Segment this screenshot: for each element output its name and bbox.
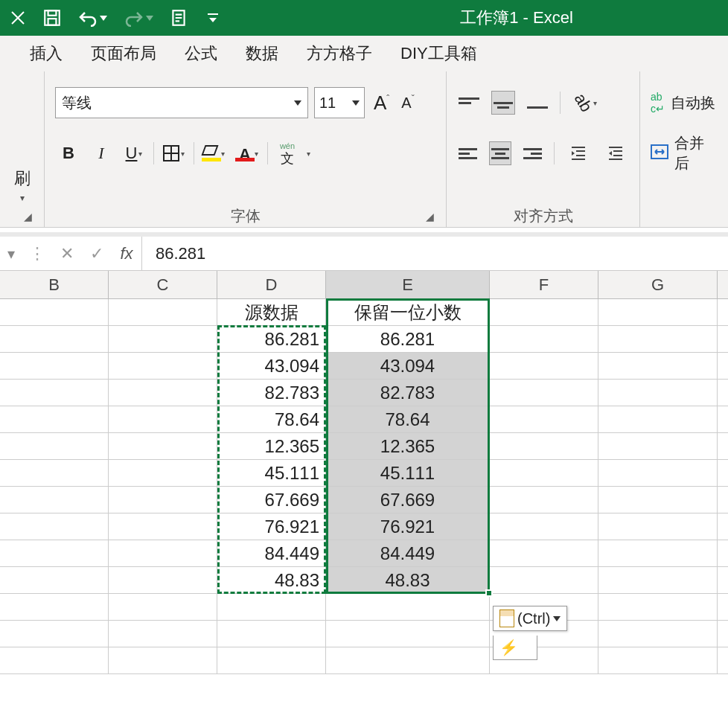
- underline-button[interactable]: U ▾: [121, 138, 147, 168]
- cell-e[interactable]: 76.921: [326, 513, 490, 540]
- cell[interactable]: [0, 540, 109, 566]
- borders-button[interactable]: ▾: [160, 138, 188, 168]
- phonetic-guide-button[interactable]: wén 文: [274, 138, 301, 168]
- cell[interactable]: [0, 594, 109, 620]
- tab-page-layout[interactable]: 页面布局: [91, 42, 156, 65]
- cell[interactable]: [0, 567, 109, 593]
- cell[interactable]: [109, 406, 217, 432]
- phonetic-dropdown[interactable]: ▾: [307, 150, 310, 158]
- shrink-font-button[interactable]: Aˇ: [398, 94, 417, 112]
- cell-d[interactable]: 43.094: [217, 353, 326, 379]
- cell-e[interactable]: 67.669: [326, 487, 490, 513]
- tab-fanggezi[interactable]: 方方格子: [307, 42, 372, 65]
- cell[interactable]: [598, 567, 718, 593]
- cell[interactable]: [109, 326, 217, 352]
- cell[interactable]: [490, 326, 598, 352]
- cell[interactable]: [0, 460, 109, 486]
- col-header-b[interactable]: B: [0, 271, 109, 298]
- fill-color-button[interactable]: ▾: [200, 138, 228, 168]
- font-dialog-launcher-icon[interactable]: ◢: [424, 211, 435, 223]
- cancel-formula-button[interactable]: ✕: [52, 244, 82, 263]
- cell[interactable]: [598, 460, 718, 486]
- cell-d[interactable]: 84.449: [217, 540, 326, 566]
- cell[interactable]: [490, 299, 598, 325]
- cell[interactable]: [490, 540, 598, 566]
- cell-e[interactable]: 82.783: [326, 380, 490, 406]
- cell[interactable]: [598, 540, 718, 566]
- qat-customize-icon[interactable]: [202, 7, 223, 28]
- cell[interactable]: [217, 647, 326, 673]
- header-d[interactable]: 源数据: [217, 299, 326, 325]
- font-size-select[interactable]: 11: [314, 87, 365, 118]
- cell[interactable]: [109, 299, 217, 325]
- cell[interactable]: [490, 513, 598, 540]
- merge-cells-label[interactable]: 合并后: [674, 133, 718, 173]
- cell-d[interactable]: 67.669: [217, 487, 326, 513]
- col-header-e[interactable]: E: [326, 271, 490, 298]
- cell[interactable]: [217, 621, 326, 647]
- cell[interactable]: [0, 513, 109, 540]
- cell[interactable]: [0, 353, 109, 379]
- close-icon[interactable]: [7, 7, 28, 28]
- smart-tag-button[interactable]: ⚡: [493, 636, 537, 660]
- fill-handle[interactable]: [485, 589, 493, 597]
- cell[interactable]: [0, 326, 109, 352]
- cell-d[interactable]: 48.83: [217, 567, 326, 593]
- formula-dots[interactable]: ⋮: [22, 244, 52, 263]
- insert-function-button[interactable]: fx: [112, 244, 141, 263]
- cell[interactable]: [109, 594, 217, 620]
- cell[interactable]: [109, 647, 217, 673]
- cell-e[interactable]: 43.094: [326, 353, 490, 379]
- cell[interactable]: [326, 647, 490, 673]
- tab-formulas[interactable]: 公式: [185, 42, 217, 65]
- cell[interactable]: [598, 406, 718, 432]
- bold-button[interactable]: B: [55, 138, 82, 168]
- align-right-button[interactable]: [522, 141, 543, 165]
- cell[interactable]: [109, 513, 217, 540]
- cell[interactable]: [598, 513, 718, 540]
- cell[interactable]: [0, 380, 109, 406]
- header-e[interactable]: 保留一位小数: [326, 299, 490, 325]
- font-name-select[interactable]: 等线: [55, 87, 308, 118]
- cell[interactable]: [598, 299, 718, 325]
- redo-icon[interactable]: [122, 7, 155, 28]
- cell[interactable]: [490, 353, 598, 379]
- cell[interactable]: [217, 594, 326, 620]
- cell[interactable]: [598, 647, 718, 673]
- cell[interactable]: [326, 621, 490, 647]
- format-painter-dropdown[interactable]: ▾: [20, 193, 25, 203]
- cell[interactable]: [598, 326, 718, 352]
- cell[interactable]: [0, 406, 109, 432]
- cell-d[interactable]: 45.111: [217, 460, 326, 486]
- col-header-d[interactable]: D: [217, 271, 326, 298]
- increase-indent-button[interactable]: [602, 138, 629, 168]
- align-center-button[interactable]: [489, 141, 511, 165]
- cell[interactable]: [109, 621, 217, 647]
- cell-e[interactable]: 45.111: [326, 460, 490, 486]
- col-header-c[interactable]: C: [109, 271, 217, 298]
- font-color-button[interactable]: A ▾: [234, 138, 261, 168]
- spreadsheet-grid[interactable]: B C D E F G 源数据 保留一位小数 86.281 86.281 43: [0, 271, 728, 674]
- cell[interactable]: [0, 433, 109, 459]
- cell-e[interactable]: 84.449: [326, 540, 490, 566]
- enter-formula-button[interactable]: ✓: [82, 244, 112, 263]
- cell[interactable]: [0, 647, 109, 673]
- align-middle-button[interactable]: [491, 91, 515, 115]
- cell-d[interactable]: 78.64: [217, 406, 326, 432]
- cell[interactable]: [109, 487, 217, 513]
- cell[interactable]: [598, 353, 718, 379]
- cell-d[interactable]: 12.365: [217, 433, 326, 459]
- paste-options-button[interactable]: (Ctrl): [493, 606, 567, 631]
- cell[interactable]: [109, 540, 217, 566]
- cell-e[interactable]: 48.83: [326, 567, 490, 593]
- col-header-f[interactable]: F: [490, 271, 598, 298]
- format-painter-label[interactable]: 刷: [14, 167, 31, 190]
- italic-button[interactable]: I: [88, 138, 115, 168]
- undo-icon[interactable]: [76, 7, 109, 28]
- cell[interactable]: [490, 406, 598, 432]
- cell[interactable]: [326, 594, 490, 620]
- cell-e[interactable]: 86.281: [326, 326, 490, 352]
- col-header-g[interactable]: G: [598, 271, 718, 298]
- grow-font-button[interactable]: Aˆ: [371, 92, 392, 115]
- cell-e[interactable]: 12.365: [326, 433, 490, 459]
